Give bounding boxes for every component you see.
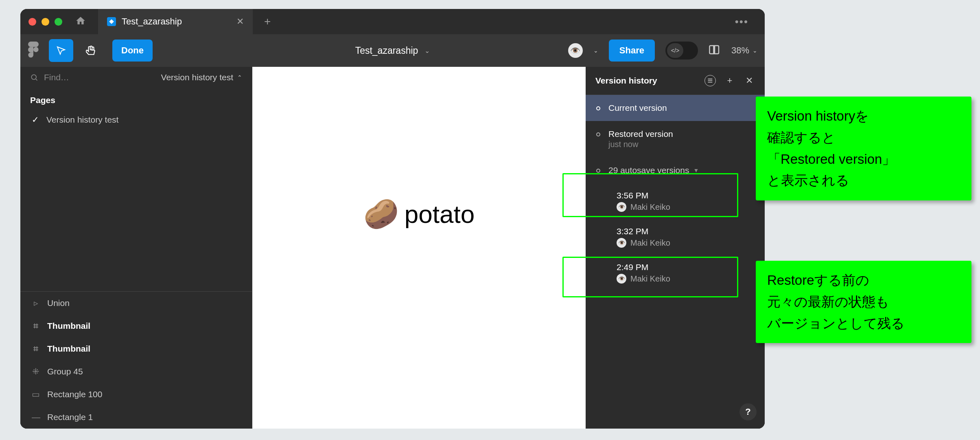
present-icon[interactable] bbox=[709, 44, 721, 57]
potato-emoji: 🥔 bbox=[363, 197, 399, 231]
maximize-window[interactable] bbox=[55, 18, 62, 26]
toolbar: Done Test_azaraship ⌄ 👁️ ⌄ Share </> 38%… bbox=[20, 34, 765, 67]
group-icon: ⁜ bbox=[32, 367, 40, 376]
chevron-up-icon: ⌃ bbox=[237, 74, 242, 81]
minimize-window[interactable] bbox=[42, 18, 49, 26]
version-current[interactable]: Current version bbox=[586, 95, 765, 121]
layers-list: ▹Union ⌗Thumbnail ⌗Thumbnail ⁜Group 45 ▭… bbox=[20, 291, 252, 429]
annotation-2: Restoreする前の 元々の最新の状態も バージョンとして残る bbox=[756, 261, 971, 343]
version-entry[interactable]: 3:56 PM 👁️Maki Keiko bbox=[586, 183, 765, 219]
app-window: Test_azaraship ✕ + ••• Done Test_azarash… bbox=[20, 9, 765, 429]
main-body: Find… Version history test ⌃ Pages ✓ Ver… bbox=[20, 67, 765, 429]
search-icon bbox=[30, 73, 38, 81]
bullet-icon bbox=[596, 169, 600, 173]
version-entry[interactable]: 3:32 PM 👁️Maki Keiko bbox=[586, 219, 765, 255]
check-icon: ✓ bbox=[32, 115, 39, 125]
author-avatar: 👁️ bbox=[617, 238, 626, 248]
search-row: Find… Version history test ⌃ bbox=[20, 67, 252, 88]
move-tool-icon[interactable] bbox=[49, 39, 73, 62]
version-history-panel: Version history ≡ + ✕ Current version Re… bbox=[586, 67, 765, 429]
canvas[interactable]: 🥔 potato bbox=[252, 67, 586, 429]
share-button[interactable]: Share bbox=[609, 40, 655, 62]
page-item[interactable]: ✓ Version history test bbox=[20, 109, 252, 130]
frame-icon: ⌗ bbox=[32, 344, 40, 354]
canvas-content: 🥔 potato bbox=[363, 197, 475, 231]
chevron-down-icon[interactable]: ⌄ bbox=[593, 47, 598, 54]
done-button[interactable]: Done bbox=[112, 40, 153, 62]
panel-header: Version history ≡ + ✕ bbox=[586, 67, 765, 95]
left-panel: Find… Version history test ⌃ Pages ✓ Ver… bbox=[20, 67, 252, 429]
bullet-icon bbox=[596, 132, 600, 136]
pages-header: Pages bbox=[20, 88, 252, 109]
hand-tool-icon[interactable] bbox=[79, 39, 103, 62]
version-list: Current version Restored version just no… bbox=[586, 95, 765, 429]
layer-rectangle[interactable]: —Rectangle 1 bbox=[20, 406, 252, 429]
home-icon[interactable] bbox=[75, 15, 86, 28]
svg-point-0 bbox=[33, 47, 39, 52]
chevron-down-icon: ⌄ bbox=[752, 47, 757, 54]
zoom-level[interactable]: 38% ⌄ bbox=[731, 45, 757, 56]
svg-line-2 bbox=[36, 79, 37, 80]
help-button[interactable]: ? bbox=[739, 403, 757, 420]
titlebar: Test_azaraship ✕ + ••• bbox=[20, 9, 765, 34]
rect-icon: ▭ bbox=[32, 389, 40, 399]
close-tab-icon[interactable]: ✕ bbox=[236, 16, 244, 27]
user-avatar[interactable]: 👁️ bbox=[568, 43, 583, 58]
page-selector[interactable]: Version history test ⌃ bbox=[161, 73, 242, 82]
version-entry[interactable]: 2:49 PM 👁️Maki Keiko bbox=[586, 255, 765, 291]
tab-title: Test_azaraship bbox=[122, 16, 182, 27]
chevron-down-icon: ⌄ bbox=[424, 47, 430, 55]
close-icon[interactable]: ✕ bbox=[744, 75, 755, 86]
figma-logo-icon[interactable] bbox=[28, 42, 39, 59]
annotation-1: Version historyを 確認すると 「Restored version… bbox=[756, 97, 971, 200]
file-tab[interactable]: Test_azaraship ✕ bbox=[98, 9, 253, 34]
new-tab-icon[interactable]: + bbox=[264, 15, 271, 28]
triangle-down-icon: ▼ bbox=[693, 167, 699, 174]
author-avatar: 👁️ bbox=[617, 202, 626, 212]
search-input[interactable]: Find… bbox=[30, 73, 69, 82]
layer-thumbnail[interactable]: ⌗Thumbnail bbox=[20, 337, 252, 360]
file-icon bbox=[107, 17, 116, 26]
frame-icon: ⌗ bbox=[32, 321, 40, 331]
version-restored[interactable]: Restored version just now bbox=[586, 121, 765, 157]
bullet-icon bbox=[596, 106, 600, 110]
filter-icon[interactable]: ≡ bbox=[704, 75, 716, 86]
layer-group[interactable]: ⁜Group 45 bbox=[20, 360, 252, 383]
autosave-group[interactable]: 29 autosave versions ▼ bbox=[586, 157, 765, 183]
more-icon[interactable]: ••• bbox=[735, 15, 748, 28]
add-icon[interactable]: + bbox=[724, 75, 735, 86]
svg-point-1 bbox=[31, 75, 36, 79]
document-title[interactable]: Test_azaraship ⌄ bbox=[355, 45, 430, 56]
layer-thumbnail[interactable]: ⌗Thumbnail bbox=[20, 315, 252, 337]
cursor-icon: ▹ bbox=[32, 298, 40, 308]
layer-union[interactable]: ▹Union bbox=[20, 292, 252, 315]
layer-rectangle[interactable]: ▭Rectangle 100 bbox=[20, 383, 252, 406]
panel-title: Version history bbox=[595, 76, 696, 86]
author-avatar: 👁️ bbox=[617, 274, 626, 284]
traffic-lights bbox=[28, 18, 62, 26]
right-tools: 👁️ ⌄ Share </> 38% ⌄ bbox=[568, 40, 757, 62]
line-icon: — bbox=[32, 412, 40, 422]
code-icon: </> bbox=[667, 43, 683, 58]
close-window[interactable] bbox=[28, 18, 36, 26]
canvas-text: potato bbox=[405, 200, 475, 229]
dev-mode-toggle[interactable]: </> bbox=[665, 42, 698, 59]
